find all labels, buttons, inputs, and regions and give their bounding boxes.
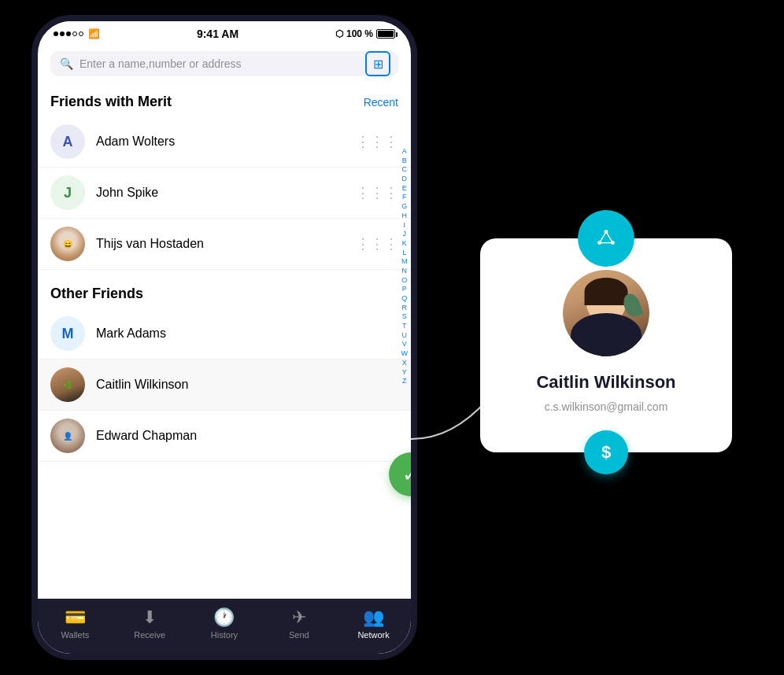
contact-item-adam[interactable]: A Adam Wolters ⋮⋮⋮ [38, 116, 411, 168]
tab-history[interactable]: 🕐 History [201, 607, 248, 640]
status-bar: 📶 9:41 AM ⬡ 100 % [38, 21, 411, 43]
avatar-thijs: 😄 [50, 227, 85, 261]
tab-wallets[interactable]: 💳 Wallets [51, 607, 98, 640]
history-label: History [211, 630, 238, 640]
contact-name-john: John Spike [96, 186, 356, 200]
dot-4 [72, 31, 77, 36]
dot-1 [54, 31, 58, 36]
avatar-edward: 👤 [50, 419, 85, 453]
search-input[interactable]: Enter a name,number or address [80, 57, 389, 70]
contact-item-john[interactable]: J John Spike ⋮⋮⋮ [38, 168, 411, 219]
tab-bar: 💳 Wallets ⬇ Receive 🕐 History ✈ Send 👥 N… [38, 599, 411, 654]
network-badge-icon [595, 227, 617, 249]
battery-icon [376, 29, 395, 39]
friends-with-merit-title: Friends with Merit [50, 94, 172, 110]
qr-icon: ⊞ [373, 57, 383, 72]
recent-link[interactable]: Recent [364, 96, 398, 109]
contact-name-adam: Adam Wolters [96, 135, 356, 149]
other-friends-header: Other Friends [38, 276, 411, 308]
dot-5 [79, 31, 83, 36]
avatar-mark: M [50, 316, 85, 351]
tab-network[interactable]: 👥 Network [350, 607, 398, 640]
history-icon: 🕐 [213, 607, 235, 628]
qr-button[interactable]: ⊞ [365, 51, 390, 76]
svg-line-3 [600, 232, 606, 243]
alphabet-sidebar[interactable]: A B C D E F G H I J K L M N O P Q R S T [401, 147, 409, 386]
bluetooth-icon: ⬡ [335, 28, 343, 39]
contact-item-caitlin[interactable]: 🌿 Caitlin Wilkinson [38, 360, 411, 411]
tab-send[interactable]: ✈ Send [276, 607, 323, 640]
status-left: 📶 [54, 28, 100, 39]
checkmark-icon: ✓ [402, 463, 417, 487]
merit-icon-thijs: ⋮⋮⋮ [356, 235, 398, 253]
profile-avatar [563, 270, 649, 356]
merit-icon-adam: ⋮⋮⋮ [356, 133, 398, 150]
friends-with-merit-header: Friends with Merit Recent [38, 84, 411, 116]
send-icon: ✈ [292, 607, 306, 628]
receive-label: Receive [134, 630, 165, 640]
network-badge [578, 210, 634, 267]
phone-content: 🔍 Enter a name,number or address ⊞ Frien… [38, 43, 411, 586]
other-friends-title: Other Friends [50, 286, 143, 302]
status-right: ⬡ 100 % [335, 28, 395, 39]
status-time: 9:41 AM [197, 28, 239, 40]
network-label: Network [357, 630, 389, 640]
avatar-caitlin: 🌿 [50, 367, 85, 402]
search-bar[interactable]: 🔍 Enter a name,number or address ⊞ [50, 51, 398, 76]
dot-3 [66, 31, 71, 36]
dollar-sign: $ [601, 442, 611, 463]
contact-name-mark: Mark Adams [96, 326, 398, 341]
dot-2 [60, 31, 65, 36]
search-icon: 🔍 [60, 57, 73, 70]
receive-icon: ⬇ [142, 607, 157, 628]
contact-item-thijs[interactable]: 😄 Thijs van Hostaden ⋮⋮⋮ [38, 219, 411, 270]
merit-icon-john: ⋮⋮⋮ [356, 184, 398, 201]
profile-card: Caitlin Wilkinson c.s.wilkinson@gmail.co… [480, 238, 732, 452]
wifi-icon: 📶 [88, 28, 100, 39]
contact-name-caitlin: Caitlin Wilkinson [96, 378, 398, 392]
dollar-badge[interactable]: $ [584, 430, 628, 474]
contact-name-edward: Edward Chapman [96, 429, 398, 443]
avatar-john: J [50, 175, 85, 210]
phone-frame: 📶 9:41 AM ⬡ 100 % 🔍 Enter a name,number … [31, 15, 417, 660]
tab-receive[interactable]: ⬇ Receive [126, 607, 173, 640]
battery-label: 100 % [346, 28, 373, 39]
network-icon: 👥 [363, 607, 384, 628]
send-label: Send [289, 630, 309, 640]
wallets-icon: 💳 [65, 607, 86, 628]
svg-line-4 [606, 232, 612, 243]
scene: 📶 9:41 AM ⬡ 100 % 🔍 Enter a name,number … [0, 0, 784, 675]
contact-name-thijs: Thijs van Hostaden [96, 237, 356, 251]
signal-dots [54, 31, 83, 36]
contact-item-edward[interactable]: 👤 Edward Chapman [38, 411, 411, 462]
profile-name: Caitlin Wilkinson [536, 372, 675, 393]
contact-item-mark[interactable]: M Mark Adams [38, 308, 411, 360]
avatar-adam: A [50, 124, 85, 159]
wallets-label: Wallets [61, 630, 90, 640]
profile-email: c.s.wilkinson@gmail.com [545, 400, 668, 413]
battery-fill [378, 31, 394, 37]
